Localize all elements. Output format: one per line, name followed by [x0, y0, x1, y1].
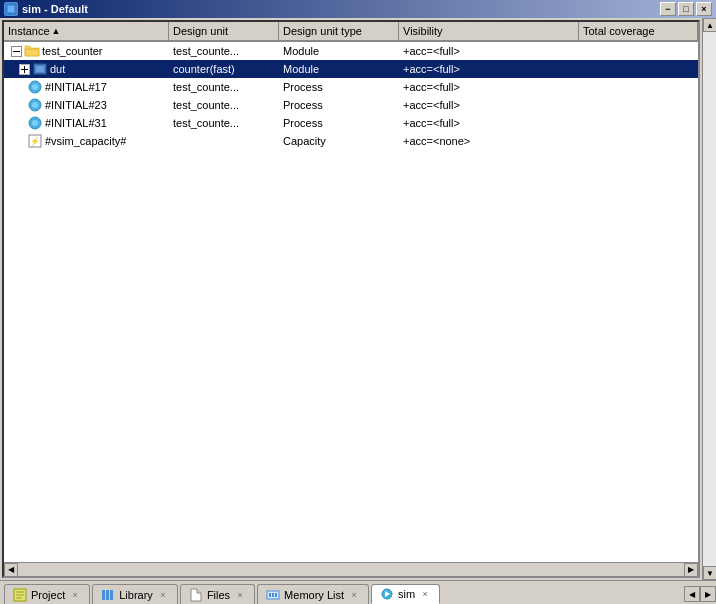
tab-scroll-right[interactable]: ▶ [700, 586, 716, 602]
svg-text:⚡: ⚡ [30, 136, 40, 146]
cell-visibility-4: +acc=<full> [399, 116, 579, 130]
cell-instance-5: ⚡ #vsim_capacity# [4, 132, 169, 150]
cell-visibility-0: +acc=<full> [399, 44, 579, 58]
scrollbar-vertical[interactable]: ▲ ▼ [702, 18, 716, 580]
cell-design-unit-type-4: Process [279, 116, 399, 130]
indent-0 [8, 43, 42, 59]
table-row[interactable]: ⚡ #vsim_capacity# Capacity +acc=<none> [4, 132, 698, 150]
table-body[interactable]: test_counter test_counte... Module +acc=… [4, 42, 698, 562]
scroll-track-v[interactable] [703, 32, 716, 566]
sim-tab-icon [380, 587, 394, 601]
cell-instance-4: #INITIAL#31 [4, 114, 169, 132]
tab-project-label: Project [31, 589, 65, 601]
main-content: Instance ▲ Design unit Design unit type … [2, 20, 700, 578]
cell-instance-0: test_counter [4, 42, 169, 60]
cell-design-unit-3: test_counte... [169, 98, 279, 112]
tab-files-close[interactable]: × [234, 589, 246, 601]
svg-rect-27 [275, 593, 277, 597]
cell-design-unit-2: test_counte... [169, 80, 279, 94]
tab-files[interactable]: Files × [180, 584, 255, 604]
cell-design-unit-0: test_counte... [169, 44, 279, 58]
process-icon-2 [27, 79, 43, 95]
tab-scroll-left[interactable]: ◀ [684, 586, 700, 602]
table-row[interactable]: dut counter(fast) Module +acc=<full> [4, 60, 698, 78]
close-button[interactable]: × [696, 2, 712, 16]
cell-visibility-1: +acc=<full> [399, 62, 579, 76]
col-header-total-coverage[interactable]: Total coverage [579, 22, 698, 41]
col-header-visibility[interactable]: Visibility [399, 22, 579, 41]
window-title: sim - Default [22, 3, 88, 15]
tab-files-label: Files [207, 589, 230, 601]
col-header-instance[interactable]: Instance ▲ [4, 22, 169, 41]
scrollbar-horizontal[interactable]: ◀ ▶ [4, 562, 698, 576]
tab-project-close[interactable]: × [69, 589, 81, 601]
tab-memory-list[interactable]: Memory List × [257, 584, 369, 604]
indent-3 [8, 97, 45, 113]
svg-rect-26 [272, 593, 274, 597]
title-bar: sim - Default − □ × [0, 0, 716, 18]
table-row[interactable]: #INITIAL#31 test_counte... Process +acc=… [4, 114, 698, 132]
cell-visibility-3: +acc=<full> [399, 98, 579, 112]
svg-rect-21 [102, 590, 105, 600]
tab-memory-list-close[interactable]: × [348, 589, 360, 601]
scroll-up-btn[interactable]: ▲ [703, 18, 716, 32]
svg-rect-8 [36, 66, 44, 72]
cell-total-coverage-4 [579, 122, 698, 124]
col-header-design-unit-type[interactable]: Design unit type [279, 22, 399, 41]
table-row[interactable]: #INITIAL#23 test_counte... Process +acc=… [4, 96, 698, 114]
tab-nav-arrows: ◀ ▶ [684, 586, 716, 604]
svg-point-12 [32, 102, 38, 108]
sort-arrow-instance: ▲ [52, 26, 61, 36]
files-tab-icon [189, 588, 203, 602]
svg-rect-1 [8, 6, 14, 12]
indent-2 [8, 79, 45, 95]
svg-rect-22 [106, 590, 109, 600]
tab-sim-label: sim [398, 588, 415, 600]
table-row[interactable]: test_counter test_counte... Module +acc=… [4, 42, 698, 60]
process-icon-3 [27, 97, 43, 113]
expand-icon-1[interactable] [16, 61, 32, 77]
folder-icon [24, 43, 40, 59]
tab-library-close[interactable]: × [157, 589, 169, 601]
tab-memory-list-label: Memory List [284, 589, 344, 601]
minimize-button[interactable]: − [660, 2, 676, 16]
tab-sim-close[interactable]: × [419, 588, 431, 600]
indent-4 [8, 115, 45, 131]
svg-rect-23 [110, 590, 113, 600]
process-icon-4 [27, 115, 43, 131]
cell-design-unit-type-3: Process [279, 98, 399, 112]
cell-design-unit-type-2: Process [279, 80, 399, 94]
indent-1 [8, 61, 50, 77]
tab-library-label: Library [119, 589, 153, 601]
content-area: Instance ▲ Design unit Design unit type … [0, 18, 716, 580]
cell-design-unit-1: counter(fast) [169, 62, 279, 76]
scroll-down-btn[interactable]: ▼ [703, 566, 716, 580]
svg-rect-25 [269, 593, 271, 597]
library-tab-icon [101, 588, 115, 602]
cell-total-coverage-0 [579, 50, 698, 52]
col-header-design-unit[interactable]: Design unit [169, 22, 279, 41]
scroll-left-btn[interactable]: ◀ [4, 563, 18, 577]
module-icon [32, 61, 48, 77]
cell-instance-2: #INITIAL#17 [4, 78, 169, 96]
cell-instance-1: dut [4, 60, 169, 78]
capacity-icon: ⚡ [27, 133, 43, 149]
maximize-button[interactable]: □ [678, 2, 694, 16]
title-bar-icon [4, 2, 18, 16]
cell-total-coverage-1 [579, 68, 698, 70]
svg-point-14 [32, 120, 38, 126]
tab-sim[interactable]: sim × [371, 584, 440, 604]
expand-icon-0[interactable] [8, 43, 24, 59]
svg-point-10 [32, 84, 38, 90]
table-header: Instance ▲ Design unit Design unit type … [4, 22, 698, 42]
bottom-tabs: Project × Library × Files [0, 580, 716, 604]
scroll-right-btn[interactable]: ▶ [684, 563, 698, 577]
window-buttons: − □ × [660, 2, 712, 16]
project-tab-icon [13, 588, 27, 602]
cell-design-unit-5 [169, 140, 279, 142]
tab-project[interactable]: Project × [4, 584, 90, 604]
cell-visibility-5: +acc=<none> [399, 134, 579, 148]
table-row[interactable]: #INITIAL#17 test_counte... Process +acc=… [4, 78, 698, 96]
cell-design-unit-4: test_counte... [169, 116, 279, 130]
tab-library[interactable]: Library × [92, 584, 178, 604]
